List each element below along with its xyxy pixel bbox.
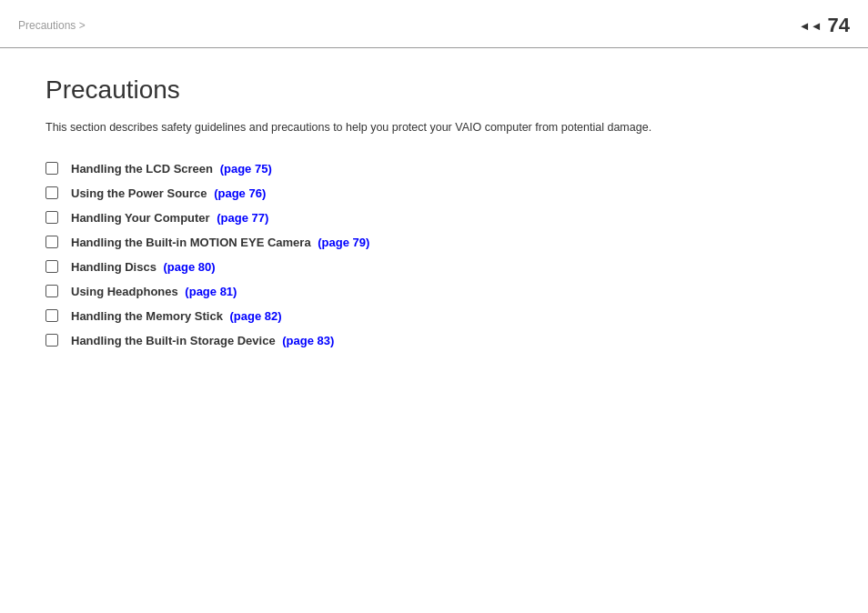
breadcrumb: Precautions > [18, 19, 86, 32]
content-area: Precautions This section describes safet… [0, 48, 868, 386]
list-item: Using Headphones (page 81) [45, 285, 823, 298]
checkbox-icon [45, 162, 58, 175]
top-bar: Precautions > ◄◄ 74 [0, 0, 868, 48]
toc-item-link[interactable]: (page 80) [164, 260, 216, 274]
toc-item-label: Handling the LCD Screen (page 75) [71, 162, 272, 176]
intro-text: This section describes safety guidelines… [45, 119, 823, 136]
list-item: Handling the Built-in MOTION EYE Camera … [45, 236, 823, 249]
toc-item-label: Using Headphones (page 81) [71, 285, 237, 298]
toc-list: Handling the LCD Screen (page 75)Using t… [45, 162, 823, 347]
toc-item-link[interactable]: (page 76) [214, 186, 266, 200]
toc-item-label: Handling Your Computer (page 77) [71, 211, 268, 225]
toc-item-link[interactable]: (page 79) [318, 236, 369, 249]
page-number: 74 [828, 15, 850, 35]
toc-item-label: Handling Discs (page 80) [71, 260, 216, 274]
checkbox-icon [45, 186, 58, 199]
list-item: Handling the Memory Stick (page 82) [45, 309, 823, 323]
checkbox-icon [45, 211, 58, 224]
list-item: Handling Discs (page 80) [45, 260, 823, 274]
toc-item-link[interactable]: (page 81) [185, 285, 237, 298]
list-item: Using the Power Source (page 76) [45, 186, 823, 200]
toc-item-link[interactable]: (page 82) [229, 309, 281, 323]
toc-item-label: Handling the Built-in MOTION EYE Camera … [71, 236, 369, 249]
toc-item-label: Handling the Built-in Storage Device (pa… [71, 334, 334, 347]
checkbox-icon [45, 309, 58, 322]
toc-item-link[interactable]: (page 75) [220, 162, 272, 176]
toc-item-label: Using the Power Source (page 76) [71, 186, 266, 200]
toc-item-link[interactable]: (page 77) [217, 211, 268, 225]
list-item: Handling the LCD Screen (page 75) [45, 162, 823, 176]
page-title: Precautions [45, 75, 823, 105]
checkbox-icon [45, 285, 58, 297]
toc-item-link[interactable]: (page 83) [282, 334, 334, 347]
prev-page-icon: ◄◄ [799, 19, 823, 33]
page-number-container: ◄◄ 74 [799, 15, 850, 35]
checkbox-icon [45, 260, 58, 273]
list-item: Handling the Built-in Storage Device (pa… [45, 334, 823, 347]
checkbox-icon [45, 236, 58, 248]
list-item: Handling Your Computer (page 77) [45, 211, 823, 225]
checkbox-icon [45, 334, 58, 347]
toc-item-label: Handling the Memory Stick (page 82) [71, 309, 282, 323]
